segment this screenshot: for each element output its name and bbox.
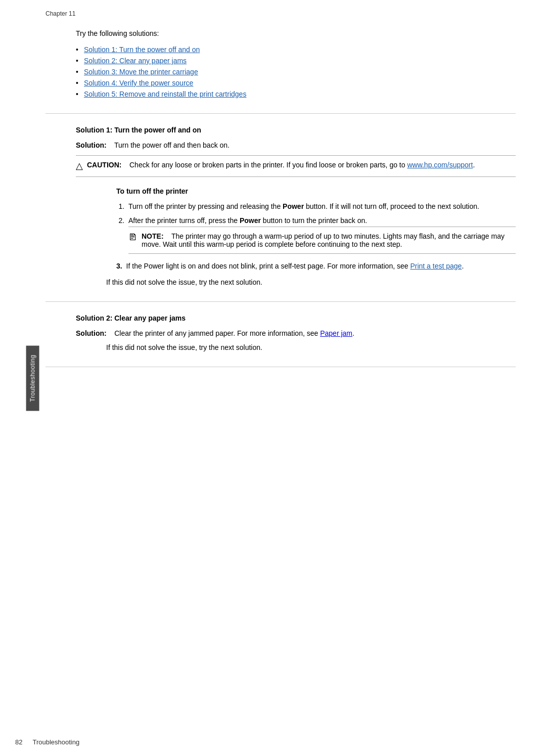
- solution1-heading: Solution 1: Turn the power off and on: [76, 126, 516, 134]
- section-divider-3: [46, 367, 516, 367]
- sub-heading-turn-off: To turn off the printer: [116, 187, 516, 195]
- caution-link[interactable]: www.hp.com/support: [407, 161, 473, 169]
- solution2-label: Solution:: [76, 329, 107, 337]
- chapter-label: Chapter 11: [46, 10, 516, 17]
- section-divider-2: [46, 301, 516, 302]
- paper-jam-link[interactable]: Paper jam: [320, 329, 352, 337]
- solution1-link[interactable]: Solution 1: Turn the power off and on: [84, 46, 200, 54]
- solutions-list: Solution 1: Turn the power off and on So…: [76, 46, 516, 98]
- solution2-link[interactable]: Solution 2: Clear any paper jams: [84, 57, 187, 65]
- list-item: Solution 2: Clear any paper jams: [76, 57, 516, 65]
- solution5-link[interactable]: Solution 5: Remove and reinstall the pri…: [84, 90, 246, 98]
- solution1-text: Turn the power off and then back on.: [114, 141, 230, 149]
- solution1-label: Solution:: [76, 141, 107, 149]
- note-box: 🖹 NOTE: The printer may go through a war…: [128, 227, 516, 254]
- solution2-text: Clear the printer of any jammed paper. F…: [114, 329, 320, 337]
- solution2-closing: If this did not solve the issue, try the…: [106, 343, 516, 351]
- list-item: Solution 5: Remove and reinstall the pri…: [76, 90, 516, 98]
- solution4-link[interactable]: Solution 4: Verify the power source: [84, 79, 193, 87]
- footer-section-label: Troubleshooting: [32, 738, 79, 746]
- note-icon: 🖹: [128, 232, 138, 243]
- step1-text: Turn off the printer by pressing and rel…: [128, 202, 479, 210]
- solution1-label-line: Solution: Turn the power off and then ba…: [76, 141, 516, 149]
- solution2-heading: Solution 2: Clear any paper jams: [76, 314, 516, 322]
- step-1: Turn off the printer by pressing and rel…: [126, 202, 516, 210]
- solution2-body: Solution: Clear the printer of any jamme…: [76, 329, 516, 351]
- caution-box: △ CAUTION: Check for any loose or broken…: [76, 155, 516, 177]
- section-divider-top: [46, 113, 516, 114]
- step3-num: 3.: [116, 262, 122, 270]
- list-item: Solution 3: Move the printer carriage: [76, 68, 516, 76]
- list-item: Solution 1: Turn the power off and on: [76, 46, 516, 54]
- main-content: Chapter 11 Try the following solutions: …: [15, 0, 546, 756]
- page-number: 82: [15, 738, 22, 746]
- print-test-page-link[interactable]: Print a test page: [410, 262, 462, 270]
- list-item: Solution 4: Verify the power source: [76, 79, 516, 87]
- solution1-section: Solution 1: Turn the power off and on So…: [46, 126, 516, 286]
- side-tab: Troubleshooting: [26, 345, 39, 411]
- solution1-body: Solution: Turn the power off and then ba…: [76, 141, 516, 286]
- caution-text: CAUTION: Check for any loose or broken p…: [87, 161, 475, 169]
- caution-icon: △: [76, 160, 83, 171]
- step-3: 3. If the Power light is on and does not…: [116, 262, 516, 270]
- steps-list: Turn off the printer by pressing and rel…: [116, 202, 516, 254]
- step2-text: After the printer turns off, press the P…: [128, 216, 367, 225]
- solution2-section: Solution 2: Clear any paper jams Solutio…: [46, 314, 516, 351]
- intro-text: Try the following solutions:: [76, 29, 516, 37]
- page-footer: 82 Troubleshooting: [15, 738, 79, 746]
- solution1-closing: If this did not solve the issue, try the…: [106, 278, 516, 286]
- note-text: NOTE: The printer may go through a warm-…: [142, 232, 516, 248]
- step3-text: If the Power light is on and does not bl…: [126, 262, 411, 270]
- step-2: After the printer turns off, press the P…: [126, 216, 516, 254]
- solution3-link[interactable]: Solution 3: Move the printer carriage: [84, 68, 198, 76]
- solution2-label-line: Solution: Clear the printer of any jamme…: [76, 329, 516, 337]
